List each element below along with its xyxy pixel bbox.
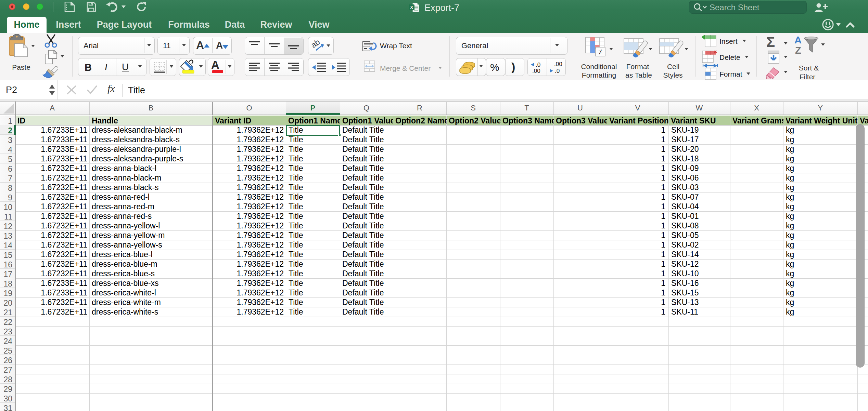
svg-text:.00: .00: [532, 68, 540, 74]
svg-text:.0: .0: [536, 62, 540, 68]
svg-text:≠: ≠: [598, 48, 602, 56]
svg-text:X: X: [410, 5, 413, 10]
